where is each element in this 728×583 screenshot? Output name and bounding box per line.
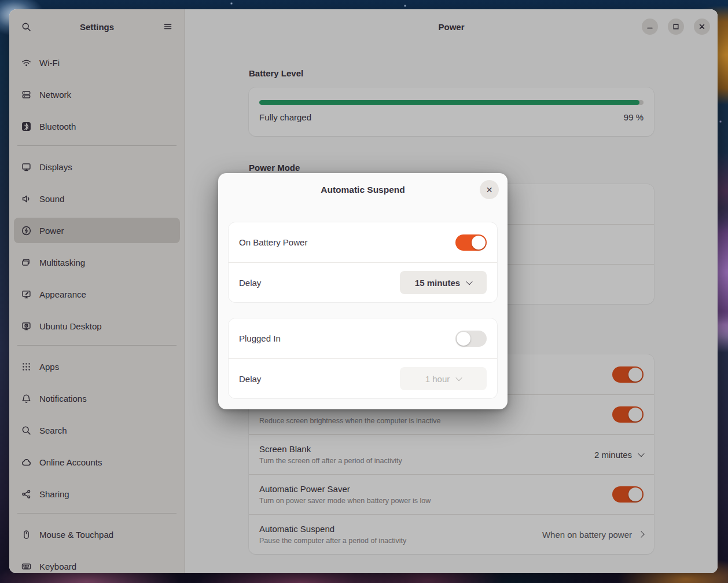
chevron-down-icon — [466, 278, 473, 285]
toggle-knob — [457, 332, 470, 346]
plugged-in-group: Plugged In Delay 1 hour — [229, 318, 497, 398]
battery-delay-dropdown[interactable]: 15 minutes — [400, 271, 487, 294]
battery-delay-row: Delay 15 minutes — [229, 262, 497, 302]
on-battery-group: On Battery Power Delay 15 minutes — [229, 222, 497, 302]
dialog-body: On Battery Power Delay 15 minutes Plugge… — [218, 222, 508, 398]
plugged-in-label: Plugged In — [239, 333, 281, 343]
chevron-down-icon — [456, 375, 462, 381]
toggle-knob — [472, 236, 486, 250]
dialog-close-button[interactable]: ✕ — [480, 180, 499, 199]
plugged-in-row: Plugged In — [229, 318, 497, 358]
close-icon: ✕ — [486, 185, 493, 195]
settings-window: Settings Wi-Fi Network Bluetooth — [9, 9, 718, 573]
automatic-suspend-dialog: Automatic Suspend ✕ On Battery Power Del… — [218, 173, 508, 409]
plugged-in-toggle[interactable] — [455, 331, 487, 347]
on-battery-toggle[interactable] — [455, 234, 487, 251]
plugged-delay-row: Delay 1 hour — [229, 358, 497, 398]
delay-label: Delay — [239, 374, 261, 384]
on-battery-power-label: On Battery Power — [239, 237, 307, 247]
plugged-delay-dropdown: 1 hour — [400, 367, 487, 390]
dialog-header: Automatic Suspend ✕ — [218, 173, 508, 206]
dialog-title: Automatic Suspend — [321, 185, 405, 195]
delay-label: Delay — [239, 278, 261, 288]
on-battery-power-row: On Battery Power — [229, 222, 497, 262]
